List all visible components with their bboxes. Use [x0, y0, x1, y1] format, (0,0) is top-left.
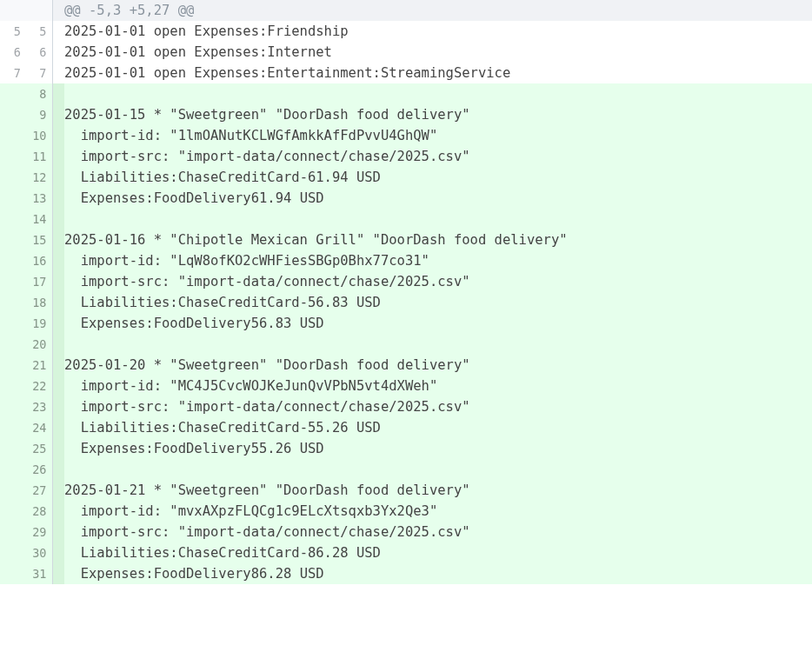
- code-text: 2025-01-01 open Expenses:Internet: [64, 44, 332, 60]
- added-line-row[interactable]: 92025-01-15 * "Sweetgreen" "DoorDash foo…: [0, 104, 812, 125]
- code-cell[interactable]: Liabilities:ChaseCreditCard-86.28 USD: [64, 542, 812, 563]
- diff-marker: [52, 42, 64, 63]
- old-line-number: [0, 250, 26, 271]
- code-cell[interactable]: Liabilities:ChaseCreditCard-55.26 USD: [64, 417, 812, 438]
- code-cell[interactable]: import-src: "import-data/connect/chase/2…: [64, 271, 812, 292]
- added-line-row[interactable]: 26: [0, 459, 812, 480]
- new-line-number: 25: [26, 438, 52, 459]
- new-line-number: 30: [26, 542, 52, 563]
- new-line-number: 8: [26, 83, 52, 104]
- posting-amount: -61.94 USD: [300, 170, 389, 185]
- old-line-number: 5: [0, 21, 26, 42]
- diff-marker: [52, 250, 64, 271]
- new-line-number: 13: [26, 188, 52, 209]
- code-cell[interactable]: @@ -5,3 +5,27 @@: [64, 0, 812, 21]
- old-line-number: [0, 334, 26, 355]
- added-line-row[interactable]: 16 import-id: "LqW8ofKO2cWHFiesSBGp0Bhx7…: [0, 250, 812, 271]
- code-cell[interactable]: import-src: "import-data/connect/chase/2…: [64, 146, 812, 167]
- code-text: import-src: "import-data/connect/chase/2…: [64, 149, 470, 164]
- diff-marker: [52, 104, 64, 125]
- code-cell[interactable]: [64, 334, 812, 355]
- old-line-number: [0, 230, 26, 250]
- old-line-number: [0, 355, 26, 376]
- code-cell[interactable]: Liabilities:ChaseCreditCard-56.83 USD: [64, 292, 812, 313]
- new-line-number: 15: [26, 230, 52, 250]
- added-line-row[interactable]: 28 import-id: "mvxAXpzFLQCg1c9ELcXtsqxb3…: [0, 501, 812, 522]
- code-cell[interactable]: [64, 209, 812, 230]
- code-cell[interactable]: import-id: "mvxAXpzFLQCg1c9ELcXtsqxb3Yx2…: [64, 501, 812, 522]
- diff-marker: [52, 83, 64, 104]
- added-line-row[interactable]: 18 Liabilities:ChaseCreditCard-56.83 USD: [0, 292, 812, 313]
- added-line-row[interactable]: 31 Expenses:FoodDelivery86.28 USD: [0, 563, 812, 584]
- new-line-number: 22: [26, 376, 52, 396]
- code-cell[interactable]: Expenses:FoodDelivery55.26 USD: [64, 438, 812, 459]
- context-line-row[interactable]: 552025-01-01 open Expenses:Friendship: [0, 21, 812, 42]
- old-line-number: [0, 459, 26, 480]
- context-line-row[interactable]: 772025-01-01 open Expenses:Entertainment…: [0, 63, 812, 83]
- added-line-row[interactable]: 22 import-id: "MC4J5CvcWOJKeJunQvVPbN5vt…: [0, 376, 812, 396]
- code-cell[interactable]: import-id: "LqW8ofKO2cWHFiesSBGp0Bhx77co…: [64, 250, 812, 271]
- added-line-row[interactable]: 23 import-src: "import-data/connect/chas…: [0, 396, 812, 417]
- new-line-number: 20: [26, 334, 52, 355]
- diff-marker: [52, 438, 64, 459]
- old-line-number: [0, 292, 26, 313]
- diff-marker: [52, 146, 64, 167]
- added-line-row[interactable]: 29 import-src: "import-data/connect/chas…: [0, 522, 812, 542]
- code-cell[interactable]: 2025-01-16 * "Chipotle Mexican Grill" "D…: [64, 230, 812, 250]
- added-line-row[interactable]: 152025-01-16 * "Chipotle Mexican Grill" …: [0, 230, 812, 250]
- diff-marker: [52, 292, 64, 313]
- old-line-number: [0, 104, 26, 125]
- code-cell[interactable]: import-id: "MC4J5CvcWOJKeJunQvVPbN5vt4dX…: [64, 376, 812, 396]
- code-cell[interactable]: import-src: "import-data/connect/chase/2…: [64, 522, 812, 542]
- posting-amount: -55.26 USD: [300, 420, 389, 436]
- code-cell[interactable]: Expenses:FoodDelivery56.83 USD: [64, 313, 812, 334]
- old-line-number: [0, 146, 26, 167]
- old-line-number: [0, 313, 26, 334]
- added-line-row[interactable]: 30 Liabilities:ChaseCreditCard-86.28 USD: [0, 542, 812, 563]
- code-cell[interactable]: 2025-01-01 open Expenses:Internet: [64, 42, 812, 63]
- added-line-row[interactable]: 212025-01-20 * "Sweetgreen" "DoorDash fo…: [0, 355, 812, 376]
- new-line-number: 6: [26, 42, 52, 63]
- hunk-header-row[interactable]: @@ -5,3 +5,27 @@: [0, 0, 812, 21]
- posting-account: Liabilities:ChaseCreditCard: [64, 420, 300, 436]
- code-cell[interactable]: 2025-01-20 * "Sweetgreen" "DoorDash food…: [64, 355, 812, 376]
- added-line-row[interactable]: 13 Expenses:FoodDelivery61.94 USD: [0, 188, 812, 209]
- added-line-row[interactable]: 25 Expenses:FoodDelivery55.26 USD: [0, 438, 812, 459]
- added-line-row[interactable]: 10 import-id: "1lmOANutKCLWGfAmkkAfFdPvv…: [0, 125, 812, 146]
- added-line-row[interactable]: 8: [0, 83, 812, 104]
- added-line-row[interactable]: 272025-01-21 * "Sweetgreen" "DoorDash fo…: [0, 480, 812, 501]
- posting-account: Liabilities:ChaseCreditCard: [64, 295, 300, 310]
- code-cell[interactable]: import-src: "import-data/connect/chase/2…: [64, 396, 812, 417]
- code-cell[interactable]: Expenses:FoodDelivery61.94 USD: [64, 188, 812, 209]
- code-cell[interactable]: 2025-01-21 * "Sweetgreen" "DoorDash food…: [64, 480, 812, 501]
- added-line-row[interactable]: 14: [0, 209, 812, 230]
- old-line-number: [0, 376, 26, 396]
- old-line-number: [0, 271, 26, 292]
- old-line-number: [0, 501, 26, 522]
- code-cell[interactable]: import-id: "1lmOANutKCLWGfAmkkAfFdPvvU4G…: [64, 125, 812, 146]
- added-line-row[interactable]: 24 Liabilities:ChaseCreditCard-55.26 USD: [0, 417, 812, 438]
- diff-marker: [52, 209, 64, 230]
- added-line-row[interactable]: 20: [0, 334, 812, 355]
- added-line-row[interactable]: 17 import-src: "import-data/connect/chas…: [0, 271, 812, 292]
- code-cell[interactable]: Liabilities:ChaseCreditCard-61.94 USD: [64, 167, 812, 188]
- code-text: 2025-01-01 open Expenses:Friendship: [64, 23, 349, 39]
- added-line-row[interactable]: 19 Expenses:FoodDelivery56.83 USD: [0, 313, 812, 334]
- posting-amount: 61.94 USD: [251, 190, 333, 206]
- code-text: 2025-01-15 * "Sweetgreen" "DoorDash food…: [64, 107, 470, 123]
- code-cell[interactable]: 2025-01-01 open Expenses:Friendship: [64, 21, 812, 42]
- posting-amount: -56.83 USD: [300, 295, 389, 310]
- code-cell[interactable]: [64, 459, 812, 480]
- code-cell[interactable]: [64, 83, 812, 104]
- diff-table: @@ -5,3 +5,27 @@552025-01-01 open Expens…: [0, 0, 812, 584]
- old-line-number: [0, 0, 26, 21]
- added-line-row[interactable]: 11 import-src: "import-data/connect/chas…: [0, 146, 812, 167]
- diff-marker: [52, 522, 64, 542]
- code-text: import-id: "MC4J5CvcWOJKeJunQvVPbN5vt4dX…: [64, 378, 437, 394]
- added-line-row[interactable]: 12 Liabilities:ChaseCreditCard-61.94 USD: [0, 167, 812, 188]
- context-line-row[interactable]: 662025-01-01 open Expenses:Internet: [0, 42, 812, 63]
- code-cell[interactable]: 2025-01-15 * "Sweetgreen" "DoorDash food…: [64, 104, 812, 125]
- code-cell[interactable]: 2025-01-01 open Expenses:Entertainment:S…: [64, 63, 812, 83]
- code-cell[interactable]: Expenses:FoodDelivery86.28 USD: [64, 563, 812, 584]
- diff-marker: [52, 396, 64, 417]
